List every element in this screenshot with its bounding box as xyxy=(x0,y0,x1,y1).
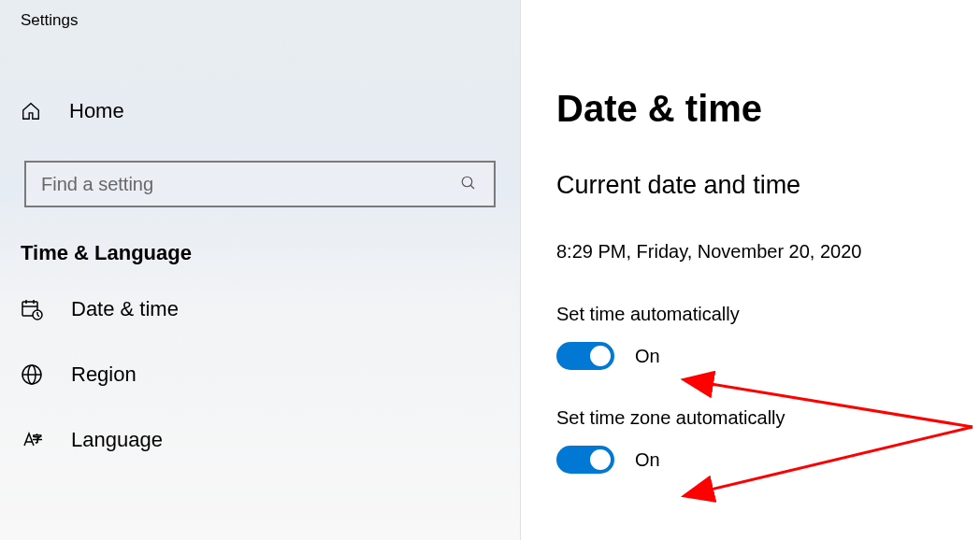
set-timezone-auto-toggle[interactable] xyxy=(556,446,614,474)
toggle-knob xyxy=(590,449,611,470)
svg-line-1 xyxy=(470,185,474,189)
globe-icon xyxy=(21,363,43,386)
home-nav-item[interactable]: Home xyxy=(0,88,520,135)
page-title: Date & time xyxy=(556,88,980,130)
sidebar-item-label: Date & time xyxy=(71,297,179,321)
home-label: Home xyxy=(69,99,124,123)
toggle-state-label: On xyxy=(635,346,660,367)
category-heading: Time & Language xyxy=(0,207,520,277)
current-datetime: 8:29 PM, Friday, November 20, 2020 xyxy=(556,241,980,263)
search-input[interactable] xyxy=(41,174,460,195)
search-icon xyxy=(460,175,479,193)
svg-point-0 xyxy=(462,177,472,187)
section-heading: Current date and time xyxy=(556,171,980,200)
set-timezone-auto-row: On xyxy=(556,446,980,474)
calendar-clock-icon xyxy=(21,298,43,320)
sidebar-item-date-time[interactable]: Date & time xyxy=(0,277,520,342)
sidebar-item-label: Region xyxy=(71,362,137,387)
set-time-auto-label: Set time automatically xyxy=(556,304,980,325)
app-title: Settings xyxy=(0,7,520,34)
sidebar-item-language[interactable]: 字 Language xyxy=(0,407,520,473)
sidebar-item-region[interactable]: Region xyxy=(0,342,520,407)
sidebar-item-label: Language xyxy=(71,428,163,452)
search-box[interactable] xyxy=(24,161,496,207)
toggle-state-label: On xyxy=(635,449,660,471)
svg-text:字: 字 xyxy=(33,433,42,444)
set-time-auto-row: On xyxy=(556,342,980,370)
home-icon xyxy=(21,101,41,121)
toggle-knob xyxy=(590,346,611,366)
settings-sidebar: Settings Home Time & Language xyxy=(0,0,521,540)
language-icon: 字 xyxy=(21,429,43,451)
main-content: Date & time Current date and time 8:29 P… xyxy=(521,0,980,540)
set-time-auto-toggle[interactable] xyxy=(556,342,614,370)
set-timezone-auto-label: Set time zone automatically xyxy=(556,407,980,429)
